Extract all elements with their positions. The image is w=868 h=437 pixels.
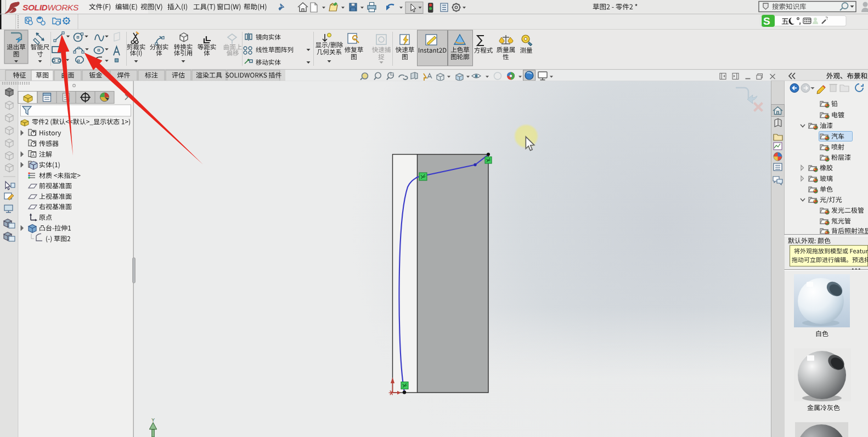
svg-text:Y: Y: [151, 417, 155, 423]
svg-text:SOLIDWORKS: SOLIDWORKS: [22, 3, 79, 12]
svg-text:S: S: [763, 15, 770, 27]
